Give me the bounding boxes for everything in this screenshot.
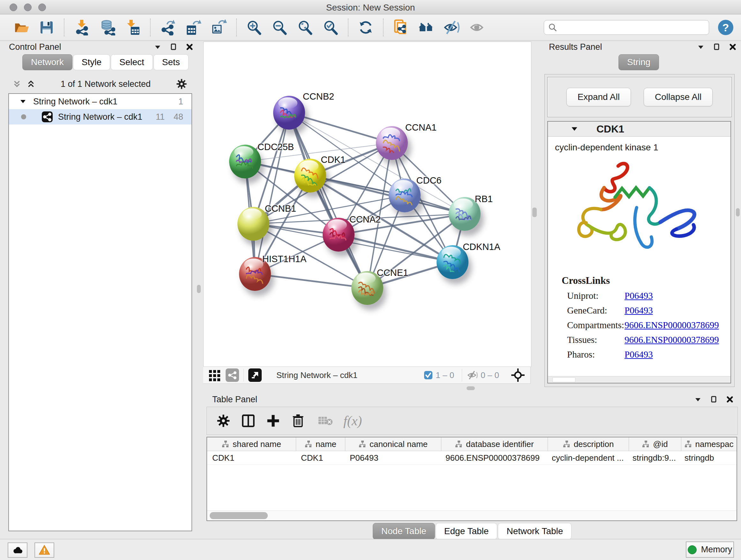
add-column-icon[interactable] — [265, 413, 281, 429]
tab-sets[interactable]: Sets — [153, 54, 189, 70]
memory-button[interactable]: Memory — [686, 542, 734, 558]
crosslink-link[interactable]: P06493 — [624, 305, 653, 316]
collection-expander-icon[interactable] — [20, 98, 26, 105]
tab-network[interactable]: Network — [22, 54, 72, 70]
gene-section-header[interactable]: CDK1 — [548, 122, 731, 137]
first-neighbors-icon[interactable] — [418, 19, 434, 36]
column-header[interactable]: @id — [629, 437, 681, 451]
network-edges[interactable] — [204, 42, 531, 367]
tab-network-table[interactable]: Network Table — [498, 523, 571, 540]
panel-menu-icon[interactable] — [697, 43, 704, 51]
zoom-selected-icon[interactable] — [322, 19, 339, 36]
delete-column-icon[interactable] — [290, 413, 307, 429]
section-expander-icon[interactable] — [571, 125, 578, 132]
panel-close-icon[interactable] — [729, 43, 737, 51]
panel-close-icon[interactable] — [726, 395, 734, 403]
table-panel-header: Table Panel — [212, 393, 734, 406]
scrollbar-thumb[interactable] — [210, 512, 268, 519]
network-canvas[interactable]: CCNB2CCNA1CDC25BCDK1CDC6RB1CCNB1CCNA2CDK… — [203, 42, 531, 367]
zoom-fit-icon[interactable] — [297, 19, 313, 36]
zoom-in-icon[interactable] — [246, 19, 262, 36]
results-hscrollbar[interactable] — [548, 376, 731, 383]
crosslink-link[interactable]: P06493 — [624, 349, 653, 360]
network-node-count: 11 — [156, 112, 165, 122]
tab-select[interactable]: Select — [111, 54, 153, 70]
crosslink-link[interactable]: 9606.ENSP00000378699 — [624, 320, 719, 330]
network-node-cdc25b[interactable] — [229, 145, 261, 179]
expand-all-icon[interactable] — [27, 80, 35, 88]
expand-all-button[interactable]: Expand All — [566, 88, 631, 106]
bottom-splitter-handle[interactable] — [467, 386, 475, 390]
hide-selected-icon[interactable] — [444, 19, 460, 36]
tab-node-table[interactable]: Node Table — [373, 523, 435, 540]
network-list-gear-icon[interactable] — [176, 78, 187, 89]
network-row[interactable]: String Network – cdk1 11 48 — [9, 109, 192, 125]
protein-ribbon-thumbnail — [279, 104, 299, 123]
panel-menu-icon[interactable] — [154, 43, 161, 51]
export-table-icon[interactable] — [185, 19, 202, 36]
panel-menu-icon[interactable] — [694, 395, 702, 403]
crosslink-row: GeneCard: P06493 — [567, 303, 731, 318]
tab-string[interactable]: String — [618, 54, 659, 70]
network-view-toolbar: String Network – cdk1 1 – 0 0 – 0 — [203, 367, 531, 384]
column-header[interactable]: description — [548, 437, 629, 451]
save-session-icon[interactable] — [38, 19, 55, 36]
show-columns-icon[interactable] — [240, 413, 257, 429]
collapse-all-icon[interactable] — [13, 80, 21, 88]
column-header[interactable]: shared name — [207, 437, 296, 451]
node-label: CCNE1 — [377, 267, 408, 278]
network-view-icon[interactable] — [226, 368, 239, 382]
import-table-icon[interactable] — [125, 19, 141, 36]
panel-float-icon[interactable] — [710, 395, 718, 403]
panel-float-icon[interactable] — [713, 43, 721, 51]
network-node-ccnb2[interactable] — [273, 96, 305, 130]
left-splitter-handle[interactable] — [197, 285, 201, 293]
crosslink-link[interactable]: P06493 — [624, 291, 653, 301]
zoom-out-icon[interactable] — [271, 19, 288, 36]
panel-float-icon[interactable] — [170, 43, 178, 51]
tab-edge-table[interactable]: Edge Table — [435, 523, 497, 540]
open-session-icon[interactable] — [13, 19, 29, 36]
node-label: CCNB2 — [303, 91, 334, 102]
selected-checkbox-icon[interactable] — [423, 370, 433, 380]
new-network-from-selection-icon[interactable] — [393, 19, 409, 36]
crosslink-link[interactable]: 9606.ENSP00000378699 — [624, 334, 719, 345]
tab-style[interactable]: Style — [73, 54, 110, 70]
column-header[interactable]: database identifier — [441, 437, 548, 451]
network-node-cdc6[interactable] — [389, 179, 421, 212]
import-network-file-icon[interactable] — [73, 19, 90, 36]
table-toolbar: f(x) — [206, 407, 738, 435]
table-row[interactable]: CDK1 CDK1 P06493 9606.ENSP00000378699 cy… — [207, 451, 737, 465]
node-label: CDC6 — [416, 175, 442, 186]
column-header[interactable]: name — [296, 437, 345, 451]
help-icon[interactable]: ? — [718, 20, 733, 35]
export-network-icon[interactable] — [159, 19, 176, 36]
search-input[interactable] — [557, 22, 705, 33]
network-edge[interactable] — [255, 113, 289, 274]
hidden-eye-slash-icon[interactable] — [467, 370, 478, 380]
export-image-icon[interactable] — [211, 19, 227, 36]
show-all-icon[interactable] — [469, 19, 486, 36]
warnings-button[interactable] — [35, 543, 54, 558]
right-splitter-handle[interactable] — [532, 207, 537, 217]
warning-icon — [39, 545, 50, 556]
toolbar-separator — [64, 18, 64, 37]
crosslink-label: Tissues: — [567, 334, 624, 345]
birds-eye-view-icon[interactable] — [248, 368, 262, 382]
column-header[interactable]: namespac — [681, 437, 737, 451]
panel-close-icon[interactable] — [186, 43, 193, 51]
node-label: CDC25B — [258, 142, 294, 152]
table-hscrollbar[interactable] — [207, 510, 737, 520]
table-gear-icon[interactable] — [215, 413, 232, 429]
network-collection-row[interactable]: String Network – cdk1 1 — [9, 94, 192, 109]
fit-content-crosshair-icon[interactable] — [511, 368, 525, 382]
column-header[interactable]: canonical name — [345, 437, 441, 451]
import-network-database-icon[interactable] — [99, 19, 116, 36]
grid-view-icon[interactable] — [208, 369, 221, 381]
collapse-all-button[interactable]: Collapse All — [644, 88, 713, 106]
cloud-status-button[interactable] — [8, 543, 27, 558]
network-edge[interactable] — [255, 274, 367, 288]
network-status-dot — [21, 114, 26, 119]
refresh-layout-icon[interactable] — [357, 19, 374, 36]
network-node-ccna1[interactable] — [376, 126, 408, 160]
